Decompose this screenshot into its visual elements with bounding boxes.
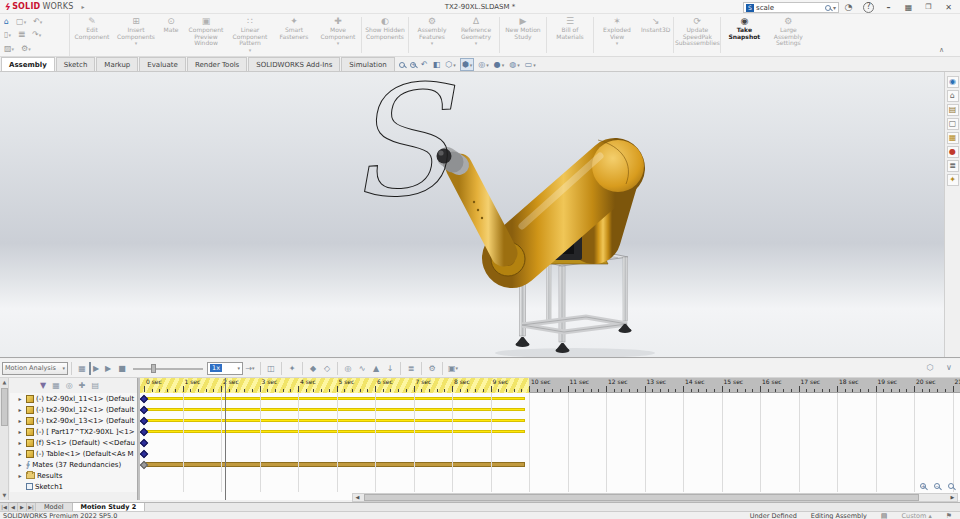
motion-study-properties-button[interactable]: ⚙: [425, 362, 439, 375]
filter-results-icon[interactable]: ▤: [91, 381, 99, 391]
tree-row[interactable]: ▸∮Mates (37 Redundancies): [10, 459, 137, 470]
timeline-scroll-left-icon[interactable]: ◀: [353, 494, 362, 501]
timeline-scrollbar[interactable]: ◀ ▶: [352, 493, 958, 502]
search-icon[interactable]: [825, 5, 831, 11]
key-diamond[interactable]: [140, 394, 148, 402]
tab-evaluate[interactable]: Evaluate: [139, 57, 186, 71]
tree-scroll-down-icon[interactable]: ▼: [0, 491, 9, 500]
dropdown-caret-icon[interactable]: ▾: [135, 41, 138, 45]
take-snapshot-button[interactable]: ◉Take Snapshot: [722, 15, 766, 55]
tree-row[interactable]: ▸(-) tx2-90xl_11<1> (Default: [10, 393, 137, 404]
window-layout-icon[interactable]: [903, 2, 914, 13]
home-button[interactable]: ⌂: [4, 17, 9, 27]
filter-driving-icon[interactable]: ◎: [66, 381, 73, 391]
expand-arrow-icon[interactable]: ▸: [16, 395, 24, 402]
custom-properties-icon[interactable]: ≣: [947, 160, 959, 172]
tree-row[interactable]: ▸(-) [ Part17^TX2-90XL ]<1>: [10, 426, 137, 437]
robot-assembly-model[interactable]: S: [0, 72, 944, 357]
dropdown-caret-icon[interactable]: ▾: [486, 62, 489, 68]
first-tab-button[interactable]: |◀: [0, 503, 9, 511]
study-tab-model[interactable]: Model: [36, 503, 73, 511]
key-diamond[interactable]: [140, 427, 148, 435]
zoom-to-fit-icon[interactable]: [398, 61, 406, 69]
timeline-playhead[interactable]: [225, 378, 226, 500]
change-bar[interactable]: [144, 408, 525, 411]
status-custom[interactable]: Custom ▴: [901, 512, 931, 519]
ribbon-collapse-icon[interactable]: ∧: [939, 46, 944, 54]
section-view-icon[interactable]: ◧: [432, 59, 442, 70]
tree-row[interactable]: ▸Results: [10, 470, 137, 481]
assembly-features-button[interactable]: ⚙Assembly Features▾: [410, 15, 454, 55]
save-animation-button[interactable]: ◫: [264, 362, 278, 375]
key-diamond[interactable]: [140, 416, 148, 424]
solidworks-forum-icon[interactable]: ✦: [947, 174, 959, 186]
playback-speed-slider[interactable]: [133, 362, 203, 375]
expand-arrow-icon[interactable]: ▸: [16, 439, 24, 446]
simulation-setup-button[interactable]: ▣▾: [446, 362, 460, 375]
linear-component-pattern-button[interactable]: ∷Linear Component Pattern▾: [228, 15, 272, 55]
tab-simulation[interactable]: Simulation: [341, 57, 394, 71]
last-tab-button[interactable]: ▶|: [27, 503, 36, 511]
open-button[interactable]: ▨▾: [4, 44, 14, 54]
tab-markup[interactable]: Markup: [96, 57, 138, 71]
view-settings-icon[interactable]: ▭▾: [524, 59, 537, 70]
gravity-button[interactable]: ↓: [383, 362, 397, 375]
dropdown-caret-icon[interactable]: ▾: [517, 62, 520, 68]
change-bar[interactable]: [144, 430, 525, 433]
timeline-zoom-out-icon[interactable]: [934, 483, 940, 489]
brand-flyout-icon[interactable]: ▸: [82, 3, 85, 10]
hide-show-items-icon[interactable]: ◎▾: [477, 59, 490, 70]
move-component-button[interactable]: ✚Move Component▾: [316, 15, 360, 55]
display-style-icon[interactable]: ⬢▾: [460, 58, 475, 71]
bill-of-materials-button[interactable]: ☰Bill of Materials: [548, 15, 592, 55]
update-speedpak-subassemblies-button[interactable]: ⟳Update SpeedPak Subassemblies: [675, 15, 719, 55]
play-from-start-button[interactable]: ▶: [89, 362, 101, 375]
large-assembly-settings-button[interactable]: ⚙Large Assembly Settings: [766, 15, 810, 55]
tab-solidworks-add-ins[interactable]: SOLIDWORKS Add-Ins: [248, 57, 340, 71]
filter-icon[interactable]: ▼: [40, 381, 46, 391]
dropdown-caret-icon[interactable]: ▾: [431, 41, 434, 45]
key-diamond[interactable]: [140, 449, 148, 457]
search-caret-icon[interactable]: ▾: [833, 4, 836, 11]
minimize-button[interactable]: [883, 2, 894, 13]
spring-button[interactable]: ∿: [355, 362, 369, 375]
dropdown-caret-icon[interactable]: ▾: [337, 41, 340, 45]
dropdown-caret-icon[interactable]: ▾: [533, 62, 536, 68]
expand-arrow-icon[interactable]: ▸: [16, 406, 24, 413]
collapse-motionmanager-icon[interactable]: ∨: [942, 361, 956, 374]
dropdown-caret-icon[interactable]: ▾: [616, 41, 619, 45]
expand-arrow-icon[interactable]: ▸: [16, 428, 24, 435]
tree-scroll-up-icon[interactable]: ▲: [0, 378, 9, 387]
view-palette-icon[interactable]: ▦: [947, 132, 959, 144]
tree-row[interactable]: ▸(f) S<1> (Default) <<Defau: [10, 437, 137, 448]
motionmanager-viewport-icon[interactable]: ⬡: [923, 361, 937, 374]
add-update-key-button[interactable]: ◇: [320, 362, 334, 375]
search-box[interactable]: S scale ▾: [743, 2, 839, 13]
home-icon[interactable]: ⌂: [947, 90, 959, 102]
study-type-select[interactable]: Motion Analysis▾: [2, 362, 68, 375]
solidworks-logo[interactable]: ϟ SOLIDWORKS ▸: [0, 2, 85, 12]
view-orientation-icon[interactable]: ⬡▾: [444, 59, 457, 70]
dropdown-caret-icon[interactable]: ▾: [453, 62, 456, 68]
calculate-button[interactable]: ▦: [75, 362, 89, 375]
search-input[interactable]: scale: [756, 4, 825, 12]
tree-scroll-thumb[interactable]: [1, 388, 8, 426]
dropdown-caret-icon[interactable]: ▾: [470, 62, 473, 68]
expand-arrow-icon[interactable]: ▸: [16, 450, 24, 457]
new-motion-study-button[interactable]: ▶New Motion Study: [501, 15, 545, 55]
timeline-zoom-fit-icon[interactable]: [948, 483, 954, 489]
tree-row[interactable]: ▸(-) tx2-90xl_12<1> (Default: [10, 404, 137, 415]
prev-tab-button[interactable]: ◀: [9, 503, 18, 511]
timeline-scroll-right-icon[interactable]: ▶: [948, 494, 957, 501]
tab-sketch[interactable]: Sketch: [56, 57, 96, 71]
design-library-icon[interactable]: ▤: [947, 104, 959, 116]
show-hidden-components-button[interactable]: ◐Show Hidden Components: [363, 15, 407, 55]
insert-components-button[interactable]: ⊞Insert Components▾: [114, 15, 158, 55]
redo-button[interactable]: ↷▾: [32, 30, 41, 40]
sketch-letter-s[interactable]: S: [340, 72, 465, 233]
tab-render-tools[interactable]: Render Tools: [187, 57, 247, 71]
playback-mode-button[interactable]: →▾: [243, 362, 257, 375]
component-preview-window-button[interactable]: ▣Component Preview Window: [184, 15, 228, 55]
status-tag-icon[interactable]: ⚑: [946, 512, 952, 519]
motor-button[interactable]: ◎: [341, 362, 355, 375]
